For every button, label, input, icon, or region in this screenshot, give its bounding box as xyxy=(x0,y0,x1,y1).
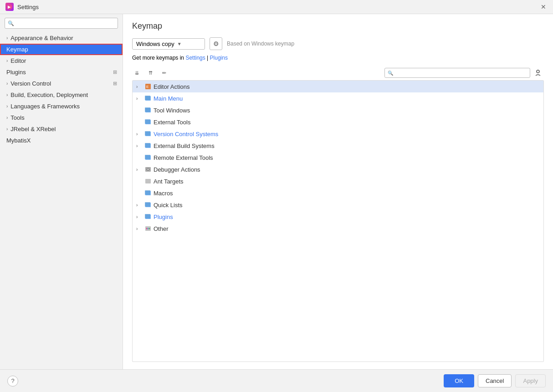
svg-rect-11 xyxy=(145,107,150,112)
sidebar-item-label: MybatisX xyxy=(6,137,31,144)
keymap-controls: Windows copy ▼ ⚙ Based on Windows keymap xyxy=(132,37,544,50)
expand-icon: › xyxy=(136,143,143,148)
edit-shortcut-button[interactable]: ✏ xyxy=(159,67,171,78)
tree-row-external-tools[interactable]: External Tools xyxy=(133,116,543,128)
tree-item-label: Quick Lists xyxy=(154,202,183,209)
svg-rect-19 xyxy=(145,155,150,159)
sidebar-item-jrebel[interactable]: › JRebel & XRebel xyxy=(0,123,123,135)
sidebar-item-plugins[interactable]: Plugins ⊞ xyxy=(0,66,123,78)
tree-search-icon: 🔍 xyxy=(388,71,393,76)
footer-buttons: OK Cancel Apply xyxy=(444,374,546,387)
sidebar-item-appearance[interactable]: › Appearance & Behavior xyxy=(0,32,123,44)
apply-button[interactable]: Apply xyxy=(515,374,546,387)
help-button[interactable]: ? xyxy=(7,376,18,387)
link-prefix: Get more keymaps in xyxy=(132,55,185,61)
sidebar: 🔍 › Appearance & Behavior Keymap › Edito… xyxy=(0,14,123,369)
expand-icon: › xyxy=(136,84,143,89)
settings-link[interactable]: Settings xyxy=(185,55,205,61)
tree-search-input[interactable] xyxy=(384,68,530,78)
tree-row-tool-windows[interactable]: Tool Windows xyxy=(133,104,543,116)
window-title: Settings xyxy=(17,4,39,10)
expand-all-icon: ⇊ xyxy=(134,69,142,76)
svg-rect-26 xyxy=(145,202,150,207)
dropdown-arrow-icon: ▼ xyxy=(177,41,182,46)
tree-item-label: Remote External Tools xyxy=(154,154,213,161)
gear-icon: ⚙ xyxy=(213,40,219,47)
svg-rect-17 xyxy=(145,143,150,148)
footer: ? OK Cancel Apply xyxy=(0,369,553,392)
tree-row-quick-lists[interactable]: › Quick Lists xyxy=(133,199,543,211)
tree-item-label: Version Control Systems xyxy=(154,131,218,137)
close-button[interactable]: ✕ xyxy=(539,3,548,11)
sidebar-item-build[interactable]: › Build, Execution, Deployment xyxy=(0,89,123,101)
link-separator: | xyxy=(205,55,210,61)
vcs-icon xyxy=(144,130,152,137)
main-menu-icon xyxy=(144,95,152,102)
tree-item-label: Macros xyxy=(154,190,173,197)
svg-rect-24 xyxy=(145,190,150,195)
sidebar-item-label: Version Control xyxy=(10,80,51,87)
sidebar-item-languages[interactable]: › Languages & Frameworks xyxy=(0,101,123,112)
plugins-icon: ⊞ xyxy=(113,69,117,75)
tree-row-remote-external-tools[interactable]: Remote External Tools xyxy=(133,152,543,163)
sidebar-item-tools[interactable]: › Tools xyxy=(0,112,123,123)
tree-row-ant-targets[interactable]: Ant Targets xyxy=(133,175,543,187)
cancel-button[interactable]: Cancel xyxy=(478,374,512,387)
chevron-icon: › xyxy=(6,104,8,109)
sidebar-item-label: Tools xyxy=(10,114,24,121)
sidebar-item-keymap[interactable]: Keymap xyxy=(0,44,123,55)
tree-item-label: Debugger Actions xyxy=(154,166,200,173)
svg-rect-28 xyxy=(145,214,150,219)
expand-icon: › xyxy=(136,226,143,231)
keymap-value: Windows copy xyxy=(136,41,174,47)
sidebar-item-editor[interactable]: › Editor xyxy=(0,55,123,66)
keymap-gear-button[interactable]: ⚙ xyxy=(210,37,222,50)
expand-icon: › xyxy=(136,132,143,137)
tool-windows-icon xyxy=(144,107,152,114)
expand-all-button[interactable]: ⇊ xyxy=(132,67,144,78)
panel-title: Keymap xyxy=(132,21,544,31)
svg-point-30 xyxy=(146,228,148,229)
tree-row-main-menu[interactable]: › Main Menu xyxy=(133,92,543,104)
chevron-icon: › xyxy=(6,81,8,86)
editor-actions-icon: E xyxy=(144,83,152,90)
sidebar-items-list: › Appearance & Behavior Keymap › Editor … xyxy=(0,32,123,369)
sidebar-item-version-control[interactable]: › Version Control ⊞ xyxy=(0,78,123,89)
tree-item-label: External Tools xyxy=(154,119,190,126)
tree-item-label: External Build Systems xyxy=(154,143,215,149)
tree-row-external-build[interactable]: › External Build Systems xyxy=(133,140,543,152)
tree-toolbar: ⇊ ⇈ ✏ 🔍 xyxy=(132,67,544,78)
remote-tools-icon xyxy=(144,154,152,161)
expand-icon: › xyxy=(136,214,143,219)
tree-row-debugger[interactable]: › Debugger Actions xyxy=(133,163,543,175)
sidebar-search-input[interactable] xyxy=(5,18,118,29)
tree-row-editor-actions[interactable]: › E Editor Actions xyxy=(133,81,543,92)
right-panel: Keymap Windows copy ▼ ⚙ Based on Windows… xyxy=(123,14,553,369)
sidebar-item-mybatisx[interactable]: MybatisX xyxy=(0,135,123,146)
svg-point-32 xyxy=(149,228,150,229)
quick-lists-icon xyxy=(144,201,152,209)
ant-targets-icon xyxy=(144,178,152,185)
tree-item-label: Tool Windows xyxy=(154,107,190,114)
collapse-all-button[interactable]: ⇈ xyxy=(146,67,158,78)
tree-row-vcs[interactable]: › Version Control Systems xyxy=(133,128,543,140)
chevron-icon: › xyxy=(6,115,8,120)
tree-row-other[interactable]: › Other xyxy=(133,223,543,234)
plugins-link[interactable]: Plugins xyxy=(210,55,228,61)
tree-row-macros[interactable]: Macros xyxy=(133,187,543,199)
app-icon: ▶ xyxy=(5,3,14,11)
keymap-dropdown[interactable]: Windows copy ▼ xyxy=(132,38,205,50)
find-shortcut-button[interactable] xyxy=(532,67,544,78)
external-build-icon xyxy=(144,142,152,149)
expand-icon: › xyxy=(136,203,143,208)
svg-text:✏: ✏ xyxy=(162,70,167,76)
sidebar-search-icon: 🔍 xyxy=(8,20,14,26)
plugins-tree-icon xyxy=(144,213,152,220)
svg-text:E: E xyxy=(146,85,148,89)
tree-row-plugins[interactable]: › Plugins xyxy=(133,211,543,223)
sidebar-item-label: Keymap xyxy=(6,46,28,53)
svg-rect-22 xyxy=(145,179,151,183)
svg-text:⇊: ⇊ xyxy=(135,70,139,76)
ok-button[interactable]: OK xyxy=(444,374,474,387)
chevron-icon: › xyxy=(6,58,8,63)
